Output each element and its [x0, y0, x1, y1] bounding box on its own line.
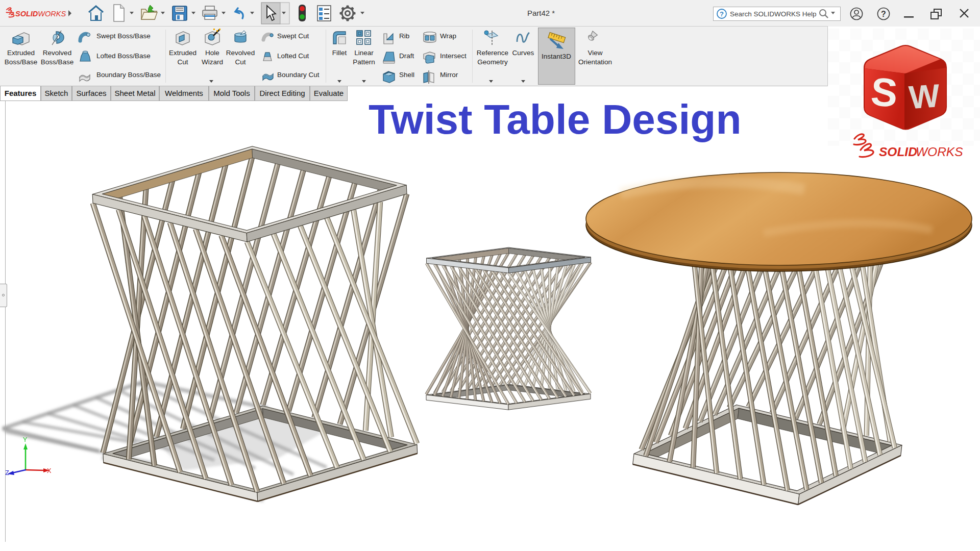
- svg-text:SOLID: SOLID: [879, 145, 917, 159]
- svg-text:S: S: [869, 69, 899, 115]
- svg-text:Z: Z: [5, 469, 9, 477]
- svg-text:WORKS: WORKS: [916, 145, 963, 159]
- svg-text:?: ?: [881, 10, 886, 18]
- svg-text:Y: Y: [23, 436, 28, 443]
- svg-text:W: W: [908, 77, 941, 116]
- svg-text:X: X: [47, 467, 52, 474]
- svg-text:?: ?: [720, 10, 724, 18]
